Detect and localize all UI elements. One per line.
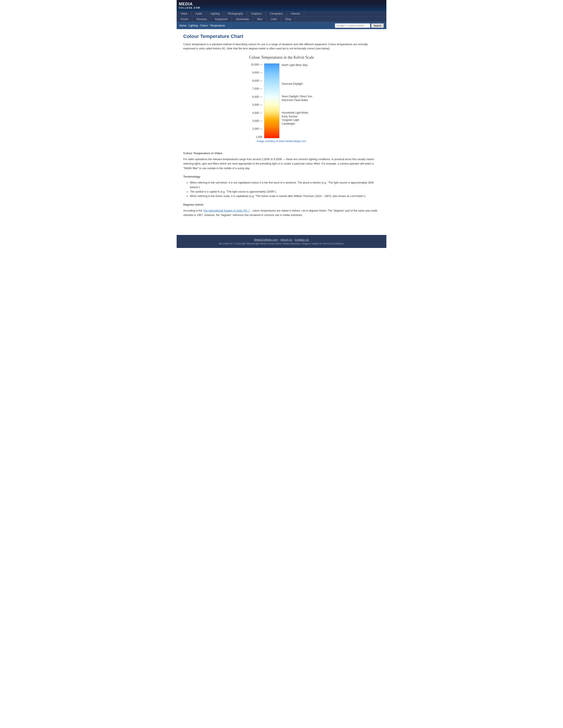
nav-audio[interactable]: Audio [191, 11, 206, 16]
degrees-body-before: According to the [183, 209, 203, 212]
label-empty-6 [282, 135, 312, 138]
y-label-5000: 5,000 — [252, 103, 262, 106]
label-empty-4 [282, 105, 312, 108]
main-content: Colour Temperature Chart Colour temperat… [177, 29, 386, 226]
y-label-6000: 6,000 — [252, 96, 262, 98]
section-video: Colour Temperature in Video For video op… [183, 152, 380, 171]
header: MEDIA COLLEGE.COM [177, 0, 386, 11]
nav-forum[interactable]: Forum [177, 17, 192, 22]
terminology-item-1: When referring to the unit kelvin, it is… [190, 180, 380, 190]
intro-term-kelvins: kelvins [213, 47, 221, 50]
search-input[interactable] [335, 23, 370, 28]
nav-top-row: Video Audio Lighting Photography Graphic… [177, 11, 386, 17]
intro-text-3: is often used but is not technically cor… [267, 47, 330, 50]
nav-links[interactable]: Links [267, 17, 281, 22]
logo: MEDIA COLLEGE.COM [179, 2, 200, 9]
chart-inner: 10,000 — 9,000 — 8,000 — 7,000 — 6,000 —… [251, 63, 312, 138]
nav-misc[interactable]: Misc [253, 17, 267, 22]
section-degrees-body: According to the The International Syste… [183, 208, 380, 218]
nav-equipment[interactable]: Equipment [211, 17, 232, 22]
main-nav: Video Audio Lighting Photography Graphic… [177, 11, 386, 22]
footer-sub: All content is © Copyright Wavelength Me… [179, 242, 384, 245]
y-label-3000: 3,000 — [252, 120, 262, 122]
color-bar-wrapper [264, 63, 279, 138]
label-empty-2 [282, 76, 312, 80]
kelvin-color-bar [264, 63, 279, 138]
logo-media: MEDIA [179, 2, 200, 7]
label-household: Household Light Bulbs Early Sunrise Tung… [282, 111, 312, 126]
terminology-item-2: The symbol is a capital K (e.g. "The lig… [190, 190, 380, 194]
label-empty-3 [282, 88, 312, 92]
footer-main: MediaCollege.com - About Us - Contact Us [179, 238, 384, 241]
y-label-1000: 1,000 [256, 136, 262, 138]
label-overcast: Overcast Daylight [282, 82, 312, 86]
nav-glossary[interactable]: Glossary [192, 17, 211, 22]
terminology-list: When referring to the unit kelvin, it is… [190, 180, 380, 199]
page-title: Colour Temperature Chart [183, 34, 380, 39]
label-north-light: North Light (Blue Sky) [282, 63, 312, 67]
nav-photography[interactable]: Photography [224, 11, 247, 16]
intro-text-2: (K). Note that the term [222, 47, 249, 50]
chart-title: Colour Temperatures in the Kelvin Scale [183, 55, 380, 60]
footer: MediaCollege.com - About Us - Contact Us… [177, 235, 386, 248]
y-label-10000: 10,000 — [251, 63, 262, 66]
si-link[interactable]: The International System of Units (SI) ↗ [203, 209, 250, 212]
breadcrumb: Home : Lighting : Colour : Temperature [179, 24, 225, 27]
nav-lighting[interactable]: Lighting [206, 11, 224, 16]
search-button[interactable]: Search [371, 23, 384, 28]
chart-credit: Image courtesy of www.mediacollege.com [183, 140, 380, 143]
label-empty-5 [282, 128, 312, 132]
nav-video[interactable]: Video [177, 11, 191, 16]
section-video-title: Colour Temperature in Video [183, 152, 380, 155]
y-label-8000: 8,000 — [252, 79, 262, 82]
section-terminology-title: Terminology [183, 175, 380, 178]
chart-container: 10,000 — 9,000 — 8,000 — 7,000 — 6,000 —… [183, 63, 380, 138]
nav-bottom-row: Forum Glossary Equipment Downloads Misc … [177, 17, 386, 22]
search-area: Search [335, 23, 384, 28]
nav-internet[interactable]: Internet [287, 11, 304, 16]
section-degrees-kelvin: Degrees kelvin According to the The Inte… [183, 203, 380, 218]
label-empty-1 [282, 69, 312, 73]
chart-labels-right: North Light (Blue Sky) Overcast Daylight [282, 63, 312, 138]
section-degrees-title: Degrees kelvin [183, 203, 380, 206]
section-terminology: Terminology When referring to the unit k… [183, 175, 380, 199]
chart-section: Colour Temperatures in the Kelvin Scale … [183, 55, 380, 143]
intro-paragraph: Colour temperature is a standard method … [183, 42, 380, 51]
terminology-item-3: When referring to the Kelvin scale, it i… [190, 194, 380, 198]
label-noon-daylight: Noon Daylight, Direct Sun Electronic Fla… [282, 95, 312, 102]
nav-shop[interactable]: Shop [281, 17, 296, 22]
intro-term-colour-temp: Colour temperature [183, 43, 206, 46]
nav-graphics[interactable]: Graphics [247, 11, 266, 16]
logo-college: COLLEGE.COM [179, 7, 200, 9]
y-label-2000: 2,000 — [252, 128, 262, 130]
y-axis: 10,000 — 9,000 — 8,000 — 7,000 — 6,000 —… [251, 63, 262, 138]
y-label-9000: 9,000 — [252, 71, 262, 74]
intro-term-degrees-kelvin: degrees kelvin [249, 47, 266, 50]
y-label-7000: 7,000 — [252, 87, 262, 90]
breadcrumb-bar: Home : Lighting : Colour : Temperature S… [177, 22, 386, 29]
y-label-4000: 4,000 — [252, 112, 262, 114]
nav-downloads[interactable]: Downloads [232, 17, 253, 22]
nav-computers[interactable]: Computers [266, 11, 287, 16]
section-video-body: For video operations the relevant temper… [183, 157, 380, 171]
